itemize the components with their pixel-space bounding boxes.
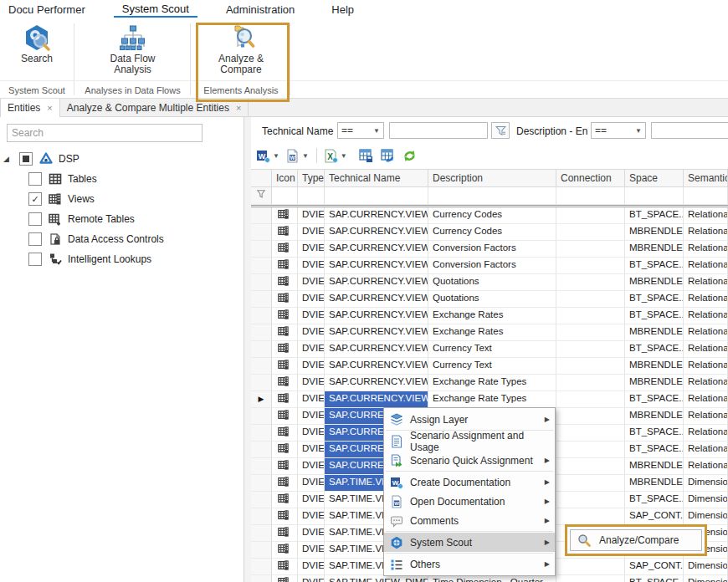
- word-export-icon[interactable]: W: [256, 149, 270, 163]
- table-row[interactable]: DVIESAP.CURRENCY.VIEW.TCurrency CodesMBR…: [251, 224, 728, 241]
- search-input[interactable]: [7, 124, 203, 142]
- expander-icon[interactable]: ◢: [3, 156, 13, 163]
- filter-cell[interactable]: [272, 187, 298, 205]
- menu-item-scenario-assignment-usage[interactable]: Scenario Assignment and Usage: [384, 431, 555, 451]
- menu-item-label: Analyze/Compare: [599, 534, 679, 546]
- filter-field2-operator-dropdown[interactable]: ==▼: [591, 122, 646, 139]
- table-row[interactable]: DVIESAP.CURRENCY.VIEW.TExchange Rate Typ…: [251, 375, 728, 391]
- search-button[interactable]: Search: [0, 22, 74, 79]
- menu-item-scenario-quick-assignment[interactable]: Scenario Quick Assignment ▶: [384, 451, 555, 470]
- tree-node-dsp[interactable]: ◢ DSP: [0, 149, 244, 169]
- intelligent-lookups-checkbox[interactable]: [28, 253, 42, 266]
- column-header-description[interactable]: Description: [428, 170, 556, 187]
- tree-node-data-access-controls[interactable]: Data Access Controls: [0, 229, 244, 249]
- tab-analyze-compare-multiple-entities[interactable]: Analyze & Compare Multiple Entities ×: [60, 99, 249, 116]
- data-access-controls-checkbox[interactable]: [28, 232, 42, 246]
- filter-cell[interactable]: [684, 187, 728, 205]
- column-header-icon[interactable]: Icon: [272, 170, 298, 187]
- technical-name-cell[interactable]: SAP.CURRENCY.VIEW.T: [325, 375, 428, 391]
- column-header-technical-name[interactable]: Technical Name: [325, 170, 428, 187]
- filter-field1-operator-dropdown[interactable]: ==▼: [337, 122, 384, 139]
- remote-tables-checkbox[interactable]: [28, 212, 42, 226]
- filter-cell[interactable]: [556, 187, 625, 205]
- close-icon[interactable]: ×: [236, 103, 241, 113]
- hexagon-search-icon: [23, 23, 51, 52]
- refresh-icon[interactable]: [402, 149, 417, 163]
- description-cell: Quotations: [428, 291, 556, 308]
- technical-name-cell[interactable]: SAP.CURRENCY.VIEW.T: [325, 224, 428, 241]
- menu-help[interactable]: Help: [323, 2, 362, 18]
- tree-node-intelligent-lookups[interactable]: Intelligent Lookups: [0, 249, 244, 269]
- tree-node-remote-tables[interactable]: Remote Tables: [0, 209, 244, 229]
- data-flow-analysis-button[interactable]: Data FlowAnalysis: [75, 22, 190, 79]
- technical-name-cell[interactable]: SAP.CURRENCY.VIEW.T: [325, 274, 428, 291]
- menu-item-others[interactable]: Others ▶: [384, 554, 555, 574]
- close-icon[interactable]: ×: [47, 103, 52, 113]
- excel-export-icon[interactable]: X: [324, 149, 338, 163]
- technical-name-cell[interactable]: SAP.CURRENCY.VIEW.T: [325, 358, 428, 375]
- tables-checkbox[interactable]: [28, 172, 42, 186]
- menu-system-scout[interactable]: System Scout: [114, 1, 197, 18]
- filter-field2-input[interactable]: [651, 122, 728, 139]
- technical-name-cell[interactable]: SAP.CURRENCY.VIEW.T: [325, 324, 428, 341]
- filter-cell[interactable]: [625, 187, 684, 205]
- technical-name-cell[interactable]: SAP.CURRENCY.VIEW.T: [325, 291, 428, 308]
- tree-node-tables[interactable]: Tables: [0, 169, 244, 189]
- table-row[interactable]: DVIESAP.CURRENCY.VIEW.TConversion Factor…: [251, 241, 728, 258]
- grid-import-icon[interactable]: [381, 149, 395, 163]
- filter-options-button[interactable]: [491, 122, 510, 139]
- table-row[interactable]: DVIESAP.CURRENCY.VIEW.TCurrency TextBT_S…: [251, 341, 728, 358]
- chevron-down-icon[interactable]: ▼: [302, 152, 309, 160]
- space-cell: MBRENDLE...: [625, 358, 684, 375]
- tab-entities[interactable]: Entities ×: [0, 99, 60, 117]
- tree-node-views[interactable]: Views: [0, 189, 244, 209]
- menu-item-open-documentation[interactable]: W Open Documentation ▶: [384, 492, 555, 511]
- filter-cell[interactable]: [298, 187, 325, 205]
- technical-name-cell[interactable]: SAP.CURRENCY.VIEW.T: [325, 391, 428, 408]
- table-row[interactable]: DVIESAP.CURRENCY.VIEW.TExchange RatesMBR…: [251, 324, 728, 341]
- menu-separator: [386, 471, 553, 472]
- space-cell: MBRENDLE...: [625, 458, 684, 475]
- chevron-down-icon[interactable]: ▼: [341, 152, 347, 160]
- view-icon: [272, 207, 298, 224]
- column-header-type[interactable]: Type: [298, 170, 325, 187]
- word-open-icon[interactable]: W: [285, 149, 300, 163]
- menu-docu-performer[interactable]: Docu Performer: [0, 2, 94, 18]
- column-header-semantic-usage[interactable]: Semantic Usage: [684, 170, 728, 187]
- technical-name-cell[interactable]: SAP.TIME.VIEW_DIMENS...: [325, 575, 428, 582]
- technical-name-cell[interactable]: SAP.CURRENCY.VIEW.T: [325, 258, 428, 274]
- menu-item-analyze-compare[interactable]: Analyze/Compare: [570, 529, 702, 551]
- table-row[interactable]: DVIESAP.CURRENCY.VIEW.TCurrency CodesBT_…: [251, 207, 728, 224]
- chevron-down-icon[interactable]: ▼: [273, 152, 279, 160]
- column-header-space[interactable]: Space: [625, 170, 684, 187]
- menu-item-system-scout[interactable]: System Scout ▶: [384, 533, 555, 552]
- table-row[interactable]: DVIESAP.CURRENCY.VIEW.TQuotationsBT_SPAC…: [251, 291, 728, 308]
- column-header-connection[interactable]: Connection: [556, 170, 625, 187]
- grid-save-icon[interactable]: [359, 149, 373, 163]
- views-checkbox[interactable]: [28, 192, 42, 206]
- filter-field1-input[interactable]: [389, 122, 488, 139]
- filter-cell[interactable]: [325, 187, 428, 205]
- table-row[interactable]: DVIESAP.CURRENCY.VIEW.TQuotationsMBRENDL…: [251, 274, 728, 291]
- menu-item-assign-layer[interactable]: Assign Layer ▶: [384, 410, 555, 429]
- description-cell: Exchange Rates: [428, 324, 556, 341]
- technical-name-cell[interactable]: SAP.CURRENCY.VIEW.T: [325, 241, 428, 258]
- table-row[interactable]: ▶DVIESAP.CURRENCY.VIEW.TExchange Rate Ty…: [251, 391, 728, 408]
- connection-cell: [556, 475, 625, 492]
- technical-name-cell[interactable]: SAP.CURRENCY.VIEW.T: [325, 341, 428, 358]
- table-row[interactable]: DVIESAP.CURRENCY.VIEW.TExchange RatesBT_…: [251, 308, 728, 324]
- funnel-icon: [495, 125, 506, 136]
- analyze-compare-button[interactable]: Analyze &Compare: [198, 22, 284, 79]
- menu-administration[interactable]: Administration: [218, 2, 303, 18]
- table-row[interactable]: DVIESAP.TIME.VIEW_DIMENS...Time Dimensio…: [251, 575, 728, 582]
- menu-item-create-documentation[interactable]: W Create Documentation ▶: [384, 472, 555, 492]
- submenu-arrow-icon: ▶: [545, 457, 550, 464]
- table-row[interactable]: DVIESAP.CURRENCY.VIEW.TCurrency TextMBRE…: [251, 358, 728, 375]
- dsp-checkbox[interactable]: [19, 152, 33, 166]
- filter-cell[interactable]: [428, 187, 556, 205]
- table-row[interactable]: DVIESAP.CURRENCY.VIEW.TConversion Factor…: [251, 258, 728, 274]
- technical-name-cell[interactable]: SAP.CURRENCY.VIEW.T: [325, 308, 428, 324]
- panel-splitter[interactable]: [244, 117, 251, 582]
- technical-name-cell[interactable]: SAP.CURRENCY.VIEW.T: [325, 207, 428, 224]
- menu-item-comments[interactable]: Comments ▶: [384, 511, 555, 530]
